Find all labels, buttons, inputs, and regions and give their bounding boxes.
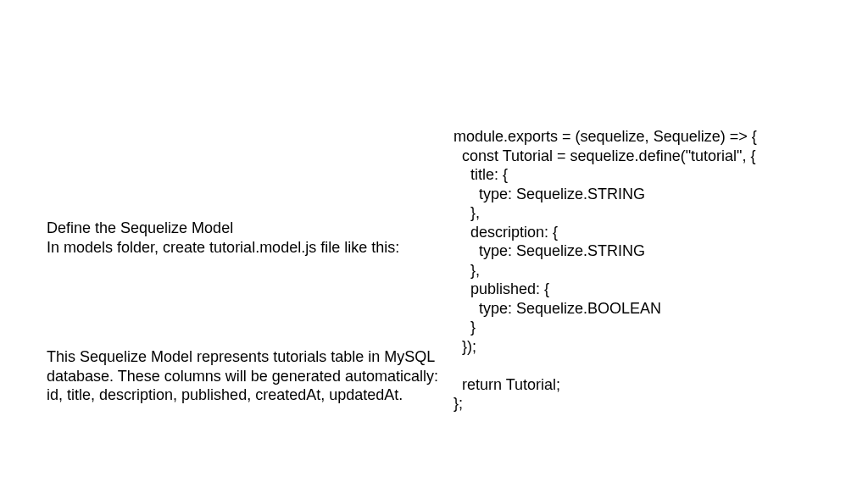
heading-block: Define the Sequelize Model In models fol… <box>47 219 445 257</box>
heading-line-1: Define the Sequelize Model <box>47 219 445 238</box>
paragraph-block: This Sequelize Model represents tutorial… <box>47 347 445 405</box>
code-text: module.exports = (sequelize, Sequelize) … <box>453 127 810 413</box>
code-block: module.exports = (sequelize, Sequelize) … <box>453 127 810 413</box>
paragraph-text: This Sequelize Model represents tutorial… <box>47 347 445 405</box>
heading-line-2: In models folder, create tutorial.model.… <box>47 238 445 258</box>
